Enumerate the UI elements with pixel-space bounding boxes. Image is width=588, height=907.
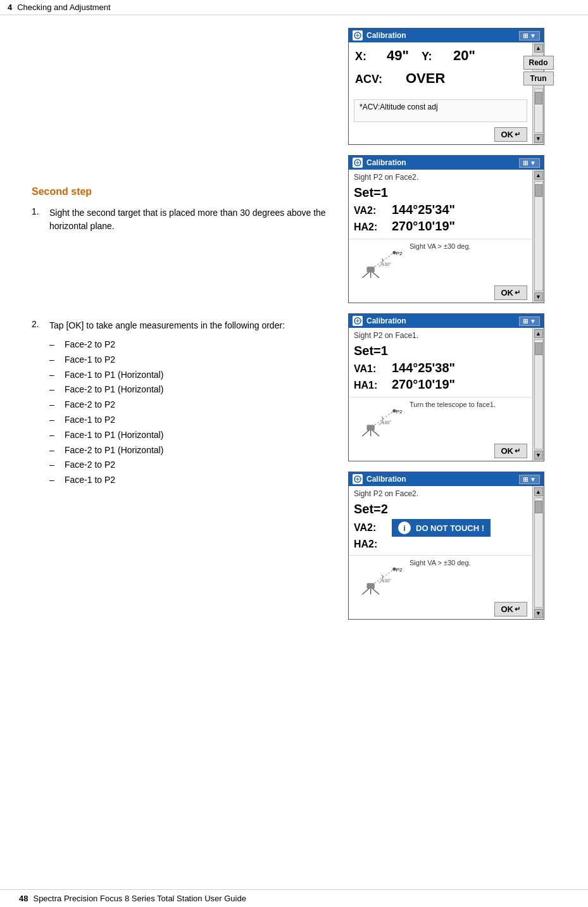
scroll-down-4[interactable]: ▼	[534, 609, 543, 618]
footer: 48 Spectra Precision Focus 8 Series Tota…	[0, 889, 588, 907]
screen-3-content: Sight P2 on Face1. Set=1 VA1: 144°25'38"…	[349, 328, 532, 461]
do-not-touch-banner: i DO NOT TOUCH !	[392, 519, 491, 537]
screen-1-body: X: 49" Y: 20" ACV: OVER *ACV:Altitud	[349, 42, 544, 144]
enter-icon-3: ↵	[515, 447, 520, 455]
redo-button[interactable]: Redo	[523, 56, 554, 70]
scroll-up-4[interactable]: ▲	[534, 487, 543, 496]
svg-rect-9	[366, 266, 374, 272]
acv-row: ACV: OVER	[355, 70, 526, 87]
list-item: Face-2 to P2	[49, 458, 285, 473]
info-icon: i	[398, 522, 411, 534]
va2-row-4: VA2: i DO NOT TOUCH !	[354, 519, 527, 537]
va2-row: VA2: 144°25'34"	[354, 203, 527, 217]
svg-text:P2: P2	[396, 251, 403, 256]
sight-text-3: Sight P2 on Face1.	[354, 331, 527, 340]
y-value: 20"	[453, 47, 475, 64]
ha2-label-4: HA2:	[354, 539, 392, 550]
scroll-down-btn[interactable]: ▼	[534, 134, 543, 143]
second-step-heading: Second step	[32, 186, 329, 197]
svg-text:±30°: ±30°	[382, 579, 391, 584]
svg-text:±30°: ±30°	[382, 420, 391, 425]
scroll-up-3[interactable]: ▲	[534, 329, 543, 338]
step-2-intro: Tap [OK] to take angle measurements in t…	[49, 319, 285, 332]
sight-text-2: Sight P2 on Face2.	[354, 173, 527, 182]
step-2: 2. Tap [OK] to take angle measurements i…	[32, 319, 329, 488]
scroll-down-3[interactable]: ▼	[534, 451, 543, 460]
x-label: X:	[355, 50, 387, 63]
svg-text:±30°: ±30°	[382, 262, 391, 267]
screen-4-data: Sight P2 on Face2. Set=2 VA2: i DO NOT T…	[349, 486, 532, 555]
list-item: Face-2 to P2	[49, 337, 285, 353]
scroll-up-btn[interactable]: ▲	[534, 44, 543, 53]
screen-2-titlebar: Calibration ⊞▼	[349, 156, 544, 170]
screen-1-scrollbar[interactable]: ▲ Redo Trun ▼	[532, 42, 544, 144]
left-column: Second step 1. Sight the second target t…	[32, 28, 335, 620]
screen-3-titlebar: Calibration ⊞▼	[349, 314, 544, 328]
ok-label: OK	[501, 130, 514, 139]
enter-icon-4: ↵	[515, 605, 520, 613]
screen-1-menu-btn[interactable]: ⊞▼	[519, 31, 540, 41]
ha1-value: 270°10'19"	[392, 377, 455, 392]
screen-3-ok-button[interactable]: OK ↵	[494, 444, 528, 458]
calibration-screen-3: Calibration ⊞▼ Sight P2 on Face1. Set=1 …	[348, 313, 544, 461]
enter-icon-2: ↵	[515, 289, 520, 297]
scroll-up-2[interactable]: ▲	[534, 171, 543, 180]
scroll-track-4	[534, 497, 543, 608]
screen-4-scrollbar[interactable]: ▲ ▼	[532, 486, 544, 619]
set-label-4: Set=2	[354, 502, 527, 516]
ha1-label: HA1:	[354, 380, 392, 391]
calib-icon-3	[353, 316, 363, 326]
acv-note: *ACV:Altitude const adj	[354, 99, 527, 122]
screen-2-scrollbar[interactable]: ▲ ▼	[532, 170, 544, 303]
tripod-illustration-3: P2 ±30°	[354, 400, 404, 438]
step-2-list: Face-2 to P2 Face-1 to P2 Face-1 to P1 (…	[49, 337, 285, 488]
info-icon-text: i	[403, 523, 406, 533]
do-not-touch-text: DO NOT TOUCH !	[416, 523, 484, 533]
ok-label-4: OK	[501, 604, 514, 614]
screen-4-content: Sight P2 on Face2. Set=2 VA2: i DO NOT T…	[349, 486, 532, 619]
step-1-num: 1.	[32, 206, 49, 233]
sight-text-4: Sight P2 on Face2.	[354, 489, 527, 498]
screen-1-content: X: 49" Y: 20" ACV: OVER *ACV:Altitud	[349, 42, 532, 144]
calib-icon-2	[353, 158, 363, 168]
screen-3-menu-btn[interactable]: ⊞▼	[519, 316, 540, 326]
scroll-thumb-1	[535, 92, 542, 104]
screen-2-title: Calibration	[366, 158, 406, 167]
screen-2-content: Sight P2 on Face2. Set=1 VA2: 144°25'34"…	[349, 170, 532, 303]
illus-text-3: Turn the telescope to face1.	[410, 400, 496, 410]
va2-label-4: VA2:	[354, 522, 392, 534]
scroll-track-1	[534, 89, 543, 133]
calib-icon-4	[353, 474, 363, 484]
tripod-illustration-4: P2 ±30°	[354, 558, 404, 596]
screen-1-titlebar: Calibration ⊞▼	[349, 28, 544, 42]
illustration-3: P2 ±30° Turn the telescope to face1.	[349, 397, 532, 441]
screen-4-ok-button[interactable]: OK ↵	[494, 602, 528, 616]
scroll-thumb-4	[535, 501, 542, 513]
screen-2-data: Sight P2 on Face2. Set=1 VA2: 144°25'34"…	[349, 170, 532, 239]
screen-3-scrollbar[interactable]: ▲ ▼	[532, 328, 544, 461]
ha2-value: 270°10'19"	[392, 219, 455, 234]
footer-page-num: 48	[19, 894, 28, 903]
list-item: Face-1 to P1 (Horizontal)	[49, 368, 285, 383]
screen-4-menu-btn[interactable]: ⊞▼	[519, 475, 540, 484]
x-row: X: 49" Y: 20"	[355, 47, 475, 64]
va2-label: VA2:	[354, 205, 392, 216]
acv-label: ACV:	[355, 73, 406, 86]
calibration-screen-1: Calibration ⊞▼ X: 49" Y: 20"	[348, 28, 544, 145]
screen-2-ok-button[interactable]: OK ↵	[494, 285, 528, 300]
va2-value: 144°25'34"	[392, 203, 455, 217]
screen-1-top: X: 49" Y: 20" ACV: OVER	[349, 42, 532, 97]
mid-spacer	[32, 243, 329, 319]
scroll-thumb-2	[535, 184, 542, 197]
scroll-thumb-3	[535, 342, 542, 355]
va1-row: VA1: 144°25'38"	[354, 361, 527, 375]
screen-3-data: Sight P2 on Face1. Set=1 VA1: 144°25'38"…	[349, 328, 532, 397]
screen-1-ok-button[interactable]: OK ↵	[494, 127, 528, 142]
chapter-title: Checking and Adjustment	[17, 3, 110, 12]
screen-2-menu-btn[interactable]: ⊞▼	[519, 158, 540, 168]
scroll-down-2[interactable]: ▼	[534, 292, 543, 301]
calib-icon-1	[353, 30, 363, 41]
svg-rect-31	[366, 583, 374, 589]
ha2-row-4: HA2:	[354, 539, 527, 550]
trun-button[interactable]: Trun	[523, 72, 554, 85]
